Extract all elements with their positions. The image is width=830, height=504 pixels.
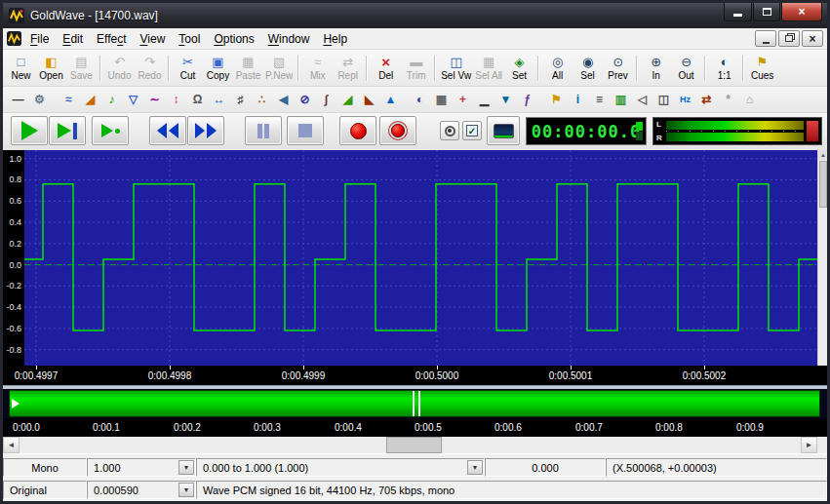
menu-tool[interactable]: Tool (172, 29, 207, 49)
cut-button[interactable]: ✂Cut (173, 51, 203, 85)
spectrum-icon[interactable]: ▥ (611, 90, 631, 110)
toolbar-button-label: 1:1 (718, 70, 731, 81)
control-properties-button[interactable] (487, 116, 520, 145)
insert-silence-icon[interactable]: ▼ (495, 90, 516, 110)
mdi-close-button[interactable]: × (802, 30, 823, 47)
pause-icon (257, 124, 262, 138)
record-selection-button[interactable] (379, 116, 416, 145)
sel-vw-button[interactable]: ◫Sel Vw (439, 51, 473, 85)
toolbar-button-label: Save (70, 70, 93, 81)
pause-button[interactable] (245, 116, 282, 145)
out-button[interactable]: ⊖Out (671, 51, 701, 85)
menu-edit[interactable]: Edit (56, 29, 90, 49)
mechanize-icon[interactable]: Ω (187, 90, 208, 110)
plugin-icon[interactable]: * (718, 90, 738, 110)
minimize-button[interactable] (724, 3, 752, 21)
scroll-left-arrow-icon[interactable]: ◄ (3, 437, 20, 453)
scroll-right-arrow-icon[interactable]: ► (801, 437, 817, 453)
menu-window[interactable]: Window (261, 29, 317, 49)
menu-options[interactable]: Options (207, 29, 260, 49)
cue-point-icon[interactable]: ⚑ (546, 90, 567, 110)
frequency-icon[interactable]: Hz (675, 90, 695, 110)
selection-range-combo[interactable]: 0.000 to 1.000 (1.000)▼ (196, 458, 485, 477)
pan-icon[interactable]: ↔ (209, 90, 229, 110)
mix-icon: ≈ (314, 55, 321, 70)
zoom-level-combo[interactable]: 0.000590▼ (87, 481, 196, 499)
wave-offset-icon[interactable]: — (8, 90, 28, 110)
menu-bar: FileEditEffectViewToolOptionsWindowHelp … (3, 28, 827, 50)
overview-position-marker[interactable] (418, 391, 420, 416)
external-tool-icon[interactable]: ⌂ (739, 90, 760, 110)
zoom-selection-icon: ◉ (582, 55, 593, 70)
menu-file[interactable]: File (23, 29, 56, 49)
channel-mix-icon[interactable]: ◫ (653, 90, 674, 110)
echo-icon[interactable]: ♪ (101, 90, 122, 110)
new-button[interactable]: □New (6, 51, 36, 85)
playback-speed-combo[interactable]: 1.000▼ (87, 458, 196, 477)
toolbar-separator (97, 54, 104, 83)
speed-dropdown-arrow-icon[interactable]: ▼ (178, 460, 194, 475)
1-1-button[interactable]: ◐1:1 (709, 51, 739, 85)
menu-view[interactable]: View (134, 29, 173, 49)
noise-reduction-icon[interactable]: ▦ (431, 90, 452, 110)
copy-button[interactable]: ▣Copy (203, 51, 233, 85)
overview-position-marker[interactable] (413, 391, 415, 416)
horizontal-scrollbar[interactable]: ◄ ► (3, 437, 817, 453)
close-button[interactable]: × (781, 3, 822, 21)
play-button[interactable] (11, 116, 48, 145)
menu-help[interactable]: Help (316, 29, 354, 49)
fade-in-icon[interactable]: ◢ (337, 90, 358, 110)
pitch-icon[interactable]: ♯ (230, 90, 251, 110)
waveform-plot[interactable] (24, 150, 817, 366)
maximize-button[interactable] (753, 3, 780, 21)
all-button[interactable]: ◎All (542, 51, 573, 85)
vertical-scrollbar-thumb[interactable] (819, 161, 827, 208)
in-button[interactable]: ⊕In (641, 51, 671, 85)
settings-gear-icon[interactable]: ⚙ (29, 90, 50, 110)
overview-bar[interactable] (9, 390, 820, 417)
swap-channels-icon[interactable]: ⇄ (696, 90, 717, 110)
play-from-button[interactable] (92, 116, 129, 145)
playback-device-icon[interactable]: ◁ (632, 90, 652, 110)
rewind-button[interactable] (149, 116, 186, 145)
del-button[interactable]: ×Del (371, 51, 401, 85)
prev-button[interactable]: ⊙Prev (603, 51, 633, 85)
reverse-icon[interactable]: ◀ (273, 90, 294, 110)
dynamics-icon[interactable]: ◢ (80, 90, 100, 110)
menu-effect[interactable]: Effect (90, 29, 133, 49)
range-dropdown-arrow-icon[interactable]: ▼ (467, 460, 483, 475)
record-button[interactable] (339, 116, 376, 145)
effect-list-icon[interactable]: ≡ (589, 90, 610, 110)
resample-icon[interactable]: ∴ (252, 90, 272, 110)
set-button[interactable]: ◈Set (504, 51, 534, 85)
filter-icon[interactable]: ▽ (123, 90, 143, 110)
mdi-minimize-button[interactable] (755, 30, 776, 47)
maximize-volume-icon[interactable]: ▲ (380, 90, 401, 110)
mdi-restore-button[interactable] (778, 30, 800, 47)
time-warp-icon[interactable]: ⊘ (295, 90, 315, 110)
horizontal-scrollbar-thumb[interactable] (386, 437, 442, 453)
cues-button[interactable]: ⚑Cues (747, 51, 777, 85)
invert-icon[interactable]: ↕ (166, 90, 186, 110)
monitor-input-toggle[interactable] (440, 121, 459, 140)
silence-icon[interactable]: ▁ (474, 90, 494, 110)
open-button[interactable]: ◧Open (36, 51, 66, 85)
control-options-toggle[interactable]: ✓ (462, 121, 482, 140)
doppler-icon[interactable]: ≈ (59, 90, 79, 110)
stereo-icon[interactable]: ◐ (410, 90, 430, 110)
expression-evaluator-icon[interactable]: ƒ (517, 90, 537, 110)
time-tick-mark (303, 366, 304, 369)
sel-button[interactable]: ◉Sel (573, 51, 603, 85)
overview-axis-label: 0:00.5 (415, 422, 442, 433)
fade-out-icon[interactable]: ◣ (359, 90, 379, 110)
file-info-icon[interactable]: i (568, 90, 588, 110)
zoom-dropdown-arrow-icon[interactable]: ▼ (178, 483, 194, 497)
stop-button[interactable] (287, 116, 324, 145)
flanger-icon[interactable]: ∼ (144, 90, 165, 110)
volume-shape-icon[interactable]: ∫ (316, 90, 336, 110)
play-selection-button[interactable] (49, 116, 86, 145)
timer-indicator-green (636, 122, 643, 131)
pop-click-icon[interactable]: + (453, 90, 473, 110)
fast-forward-button[interactable] (187, 116, 224, 145)
scroll-up-arrow-icon[interactable]: ▲ (818, 150, 828, 160)
